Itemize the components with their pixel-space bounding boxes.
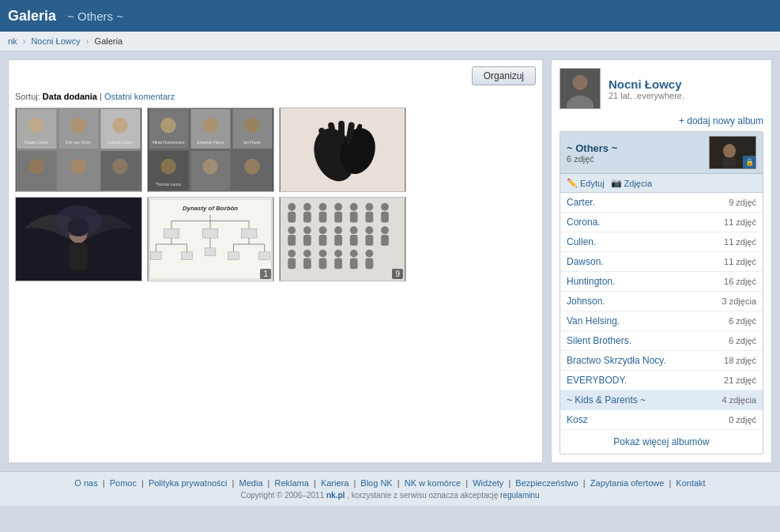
current-album-actions: ✏️ Edytuj 📷 Zdjęcia [560,174,763,193]
photo-thumb-6[interactable]: 9 [279,197,406,281]
svg-point-100 [288,250,296,258]
photo-thumb-3[interactable] [279,108,406,192]
photo-grid: Natalie Carter Erik van Orten Gabriel Co… [15,108,536,281]
site-title[interactable]: Galeria [8,8,56,25]
photo-thumb-4[interactable] [15,197,142,281]
svg-rect-43 [69,243,88,270]
svg-text:Alfred Humermann: Alfred Humermann [152,141,184,145]
album-list-item[interactable]: ~ Kids & Parents ~ 4 zdjęcia [560,391,763,410]
svg-point-104 [319,250,327,258]
current-album-thumb: 🔒 [709,136,756,169]
svg-rect-105 [319,258,327,270]
current-album-right: 🔒 [709,136,756,169]
sort-last-comment[interactable]: Ostatni komentarz [104,92,175,101]
organize-button[interactable]: Organizuj [472,66,536,85]
breadcrumb-user[interactable]: Nocni Łowcy [31,36,80,46]
album-count: 6 zdjęć [703,331,763,351]
footer-links: O nas | Pomoc | Polityka prywatności | M… [3,478,777,488]
photo-count-2: 9 [392,269,403,279]
album-name: Corona. [560,213,703,232]
svg-rect-111 [365,258,373,270]
album-count: 11 zdjęć [703,232,763,252]
footer-link[interactable]: Reklama [275,478,309,488]
footer-link[interactable]: Blog NK [360,478,392,488]
show-more-link[interactable]: Pokaż więcej albumów [560,430,763,454]
footer-link[interactable]: NK w komórce [405,478,462,488]
album-list-item[interactable]: EVERYBODY. 21 zdjęć [560,371,763,391]
svg-text:Dynasty of Borbón: Dynasty of Borbón [183,205,238,212]
footer-link[interactable]: Zapytania ofertowe [590,478,665,488]
svg-point-26 [160,159,176,175]
footer-separator: | [506,478,513,488]
photos-button[interactable]: 📷 Zdjęcia [611,178,652,188]
svg-rect-103 [303,258,311,270]
album-list-item[interactable]: Cullen. 11 zdjęć [560,232,763,252]
album-list-item[interactable]: Kosz 0 zdjęć [560,410,763,430]
footer-link[interactable]: Pomoc [110,478,137,488]
profile-header: Nocni Łowcy 21 lat, .everywhere. [560,68,763,109]
breadcrumb: nk › Nocni Łowcy › Galeria [0,32,780,51]
album-count: 4 zdjęcia [703,391,763,410]
lock-icon: 🔒 [743,156,756,168]
svg-point-106 [334,250,342,258]
breadcrumb-home[interactable]: nk [8,36,17,46]
album-list-item[interactable]: Van Helsing. 6 zdjęć [560,311,763,331]
photo-thumb-2[interactable]: Alfred Humermann Jonathan Harris Ian Fra… [147,108,274,192]
footer-separator: | [100,478,107,488]
current-album-section: ~ Others ~ 6 zdjęć 🔒 [560,131,763,455]
svg-point-10 [28,159,44,175]
nk-link[interactable]: nk.pl [326,491,345,500]
footer-separator: | [230,478,237,488]
album-name: Carter. [560,193,703,213]
svg-rect-75 [303,212,311,223]
album-list-item[interactable]: Corona. 11 zdjęć [560,213,763,232]
album-list-item[interactable]: Bractwo Skrzydła Nocy. 18 zdjęć [560,351,763,371]
svg-rect-89 [303,235,311,246]
album-list-item[interactable]: Carter. 9 zdjęć [560,193,763,213]
footer-separator: | [395,478,402,488]
footer-link[interactable]: Kontakt [676,478,705,488]
svg-point-11 [70,159,86,175]
photo-thumb-1[interactable]: Natalie Carter Erik van Orten Gabriel Co… [15,108,142,192]
svg-point-82 [365,203,373,211]
album-count: 21 zdjęć [703,371,763,391]
regulamin-link[interactable]: regulaminu [500,491,539,500]
svg-rect-54 [164,228,179,238]
breadcrumb-current: Galeria [95,36,122,46]
album-name: Cullen. [560,232,703,252]
avatar [560,68,601,109]
svg-rect-101 [288,258,296,270]
svg-point-88 [303,226,311,234]
album-list-item[interactable]: Silent Brothers. 6 zdjęć [560,331,763,351]
album-count: 16 zdjęć [703,272,763,292]
svg-point-90 [319,226,327,234]
edit-button[interactable]: ✏️ Edytuj [567,178,605,188]
sort-active[interactable]: Data dodania [43,92,97,101]
footer-link[interactable]: Widżety [473,478,503,488]
footer-separator: | [581,478,588,488]
album-list-item[interactable]: Johnson. 3 zdjęcia [560,292,763,311]
footer-link[interactable]: Polityka prywatności [149,478,228,488]
photos-label: Zdjęcia [624,179,652,188]
footer-link[interactable]: Kariera [321,478,349,488]
footer-separator: | [666,478,673,488]
album-list-item[interactable]: Dawson. 11 zdjęć [560,252,763,272]
profile-name[interactable]: Nocni Łowcy [609,77,684,91]
svg-rect-91 [319,235,327,246]
svg-point-108 [350,250,358,258]
svg-rect-107 [334,258,342,270]
photo-thumb-5[interactable]: Dynasty of Borbón [147,197,274,281]
svg-rect-95 [350,235,358,246]
svg-rect-87 [288,235,296,246]
pencil-icon: ✏️ [567,178,578,188]
profile-card: Nocni Łowcy 21 lat, .everywhere. + dodaj… [551,59,772,463]
album-name: Dawson. [560,252,703,272]
footer-link[interactable]: Media [239,478,263,488]
footer-link[interactable]: Bezpieczeństwo [515,478,578,488]
album-name: Kosz [560,410,703,430]
svg-point-84 [381,203,389,211]
add-album-link[interactable]: + dodaj nowy album [560,115,763,126]
album-list-item[interactable]: Huntington. 16 zdjęć [560,272,763,292]
footer-link[interactable]: O nas [74,478,97,488]
svg-rect-77 [319,212,327,223]
